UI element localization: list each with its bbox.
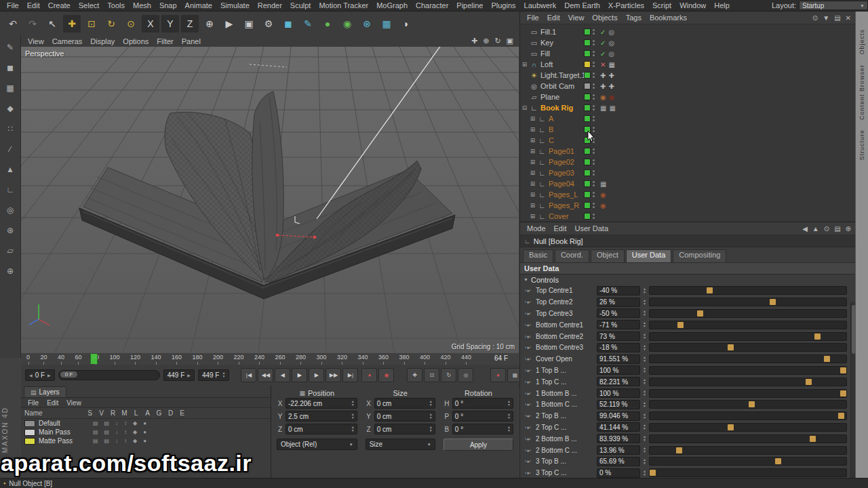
record-position-button[interactable]: ✚ (407, 368, 422, 382)
Edit[interactable]: Edit (550, 224, 571, 232)
layer-color-chip[interactable] (584, 115, 591, 122)
tag-icon[interactable]: ▦ (609, 104, 615, 112)
size-input[interactable]: 0 cm ▲▼ (374, 398, 435, 409)
control-stepper[interactable]: ▲▼ (643, 378, 646, 385)
rotation-input[interactable]: 0 ° ▲▼ (452, 398, 513, 409)
undo-button[interactable]: ↶ (4, 15, 22, 33)
keyframe-icon[interactable]: ‹●› (523, 459, 533, 464)
control-slider[interactable] (649, 400, 847, 409)
fields-button[interactable]: ⊛ (358, 15, 376, 33)
visibility-dots[interactable] (593, 192, 595, 197)
rotation-input[interactable]: 0 ° ▲▼ (452, 424, 513, 434)
View[interactable]: View (24, 37, 48, 46)
visibility-dots[interactable] (593, 214, 595, 219)
volume-button[interactable]: ▦ (378, 15, 395, 33)
model-mode-icon[interactable]: ◼ (3, 61, 18, 75)
layer-color-chip[interactable] (584, 83, 591, 89)
timeline-mini-handle[interactable]: 0 F (60, 371, 78, 378)
render-view-button[interactable]: ▶ (220, 15, 238, 33)
Sculpt[interactable]: Sculpt (286, 1, 315, 10)
edges-mode-icon[interactable]: ∕ (3, 142, 18, 156)
points-mode-icon[interactable]: ∷ (3, 122, 18, 136)
render-picture-viewer-button[interactable]: ▣ (240, 15, 258, 33)
Fill.1[interactable]: ▭ Fill.1 ✓ ◎ (520, 26, 856, 37)
pan-view-icon[interactable]: ✚ (471, 37, 477, 45)
keyframe-icon[interactable]: ‹●› (523, 380, 533, 384)
control-stepper[interactable]: ▲▼ (643, 321, 646, 328)
goto-end-button[interactable]: ▶| (342, 368, 358, 382)
layer-color-chip[interactable] (584, 104, 591, 111)
control-slider[interactable] (649, 354, 847, 363)
control-value-field[interactable]: 13.96 % (597, 445, 640, 455)
Mode[interactable]: Mode (523, 224, 550, 232)
control-value-field[interactable]: 99.046 % (597, 411, 640, 421)
history-back-icon[interactable]: ◀ (802, 225, 808, 232)
control-stepper[interactable]: ▲▼ (643, 310, 646, 317)
slider-handle[interactable] (677, 322, 684, 328)
Bookmarks[interactable]: Bookmarks (646, 14, 691, 22)
tag-icon[interactable]: ◉ (600, 191, 606, 199)
control-slider[interactable] (649, 434, 847, 443)
visibility-dots[interactable] (593, 181, 595, 186)
enable-axis-icon[interactable]: ∟ (3, 183, 18, 197)
keyframe-icon[interactable]: ‹●› (523, 436, 533, 441)
slider-handle[interactable] (728, 344, 734, 350)
control-value-field[interactable]: 73 % (597, 331, 640, 341)
tag-icon[interactable]: ✚ (608, 83, 614, 90)
workplane-mode-icon[interactable]: ◆ (3, 102, 18, 115)
File[interactable]: File (24, 399, 43, 407)
object-name[interactable]: Key (539, 39, 553, 47)
spin-right-icon[interactable]: ▶ (47, 373, 51, 378)
A[interactable]: ⊞ ∟ A (520, 113, 856, 124)
control-slider[interactable] (649, 446, 847, 455)
apply-button[interactable]: Apply (443, 439, 513, 451)
controls-group-header[interactable]: ▼ Controls (520, 274, 856, 285)
visibility-dots[interactable] (593, 94, 595, 100)
layer-color-swatch[interactable] (24, 438, 35, 445)
tag-icon[interactable]: ▦ (600, 180, 606, 188)
Tags[interactable]: Tags (622, 14, 646, 22)
User Data[interactable]: User Data (626, 249, 672, 262)
control-slider[interactable] (649, 309, 847, 318)
keyframe-icon[interactable]: ‹●› (523, 288, 533, 293)
Window[interactable]: Window (675, 1, 710, 10)
control-stepper[interactable]: ▲▼ (643, 390, 646, 396)
timeline-mini-slider[interactable]: 0 F (58, 370, 160, 380)
tag-icon[interactable]: ✓ (600, 39, 606, 47)
Basic[interactable]: Basic (523, 249, 553, 262)
tag-icon[interactable]: ◉ (600, 94, 606, 101)
layer-color-chip[interactable] (584, 50, 591, 57)
control-stepper[interactable]: ▲▼ (643, 470, 646, 476)
control-stepper[interactable]: ▲▼ (643, 367, 646, 373)
last-tool-button[interactable]: ⊙ (122, 15, 140, 33)
object-name[interactable]: Book Rig (539, 104, 573, 112)
control-value-field[interactable]: 91.551 % (597, 354, 640, 364)
record-scale-button[interactable]: ⊡ (424, 368, 439, 382)
prev-frame-button[interactable]: ◀ (275, 368, 290, 382)
slider-handle[interactable] (676, 447, 682, 453)
object-name[interactable]: A (547, 115, 553, 123)
object-name[interactable]: Fill (539, 49, 550, 58)
control-stepper[interactable]: ▲▼ (643, 401, 646, 408)
object-name[interactable]: B (547, 125, 553, 134)
slider-handle[interactable] (728, 424, 734, 430)
y-axis-lock-button[interactable]: Y (161, 15, 179, 33)
Compositing[interactable]: Compositing (673, 249, 726, 262)
Main Pass[interactable]: Main Pass ▤▤↓↕◆● (21, 428, 271, 436)
slider-handle[interactable] (707, 287, 713, 293)
visibility-dots[interactable] (593, 148, 595, 154)
Default[interactable]: Default ▤▤↓↕◆● (21, 419, 271, 428)
layer-color-swatch[interactable] (24, 420, 35, 427)
tag-icon[interactable]: ✚ (600, 83, 606, 90)
object-name[interactable]: Pages_L (547, 190, 578, 199)
Light.Target.1[interactable]: ☀ Light.Target.1 ✚ ✚ (520, 70, 856, 81)
search-icon[interactable]: ⊙ (812, 14, 818, 22)
control-slider[interactable] (649, 389, 847, 398)
coord-system-button[interactable]: ⊕ (201, 15, 218, 33)
layer-color-chip[interactable] (584, 61, 591, 68)
pin-icon[interactable]: ▲ (812, 225, 819, 232)
capsule-button[interactable]: ◗ (397, 15, 415, 33)
play-button[interactable]: ▶ (292, 368, 307, 382)
control-slider[interactable] (649, 298, 847, 306)
visibility-dots[interactable] (593, 203, 595, 208)
